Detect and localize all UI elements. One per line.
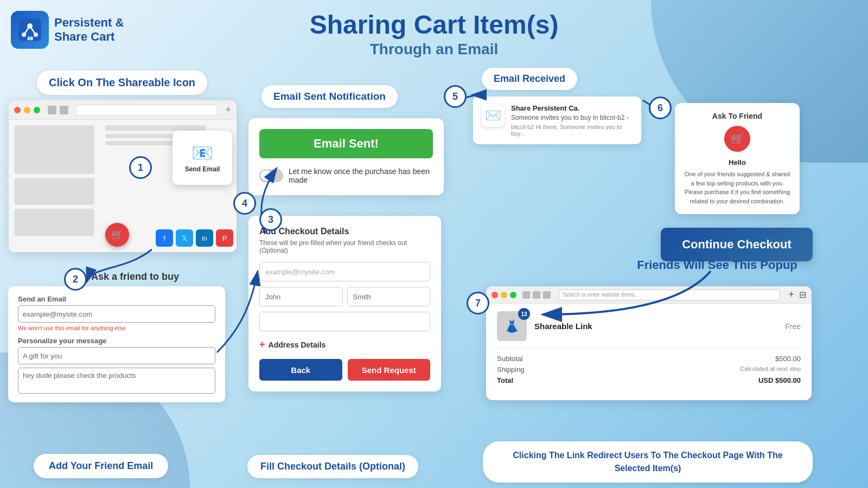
cart-content: 👗 13 Shareable Link Free Subtotal $500.0… xyxy=(486,304,812,392)
browser-url-bar xyxy=(76,105,218,115)
email-value: example@mysite.com xyxy=(23,310,92,318)
facebook-icon[interactable]: f xyxy=(156,229,173,247)
subtotal-row: Subtotal $500.00 xyxy=(497,355,801,363)
logo-icon: 📧 xyxy=(11,11,49,49)
send-email-label: Send Email xyxy=(185,165,220,173)
popup-text: One of your friends suggested & shared a… xyxy=(684,170,791,206)
checkout-card-subtitle: These will be pre-filled when your frien… xyxy=(259,239,430,254)
step-4-circle: 4 xyxy=(233,192,256,215)
name-row: John Smith xyxy=(259,287,430,306)
continue-checkout-button[interactable]: Continue Checkout xyxy=(661,228,813,261)
page-subtitle: Through an Email xyxy=(0,41,868,58)
first-name-input[interactable]: John xyxy=(259,287,343,306)
cart-item-name: Shareable Link xyxy=(534,322,777,331)
cart-button[interactable]: 🛒 xyxy=(105,223,129,247)
toggle-switch[interactable] xyxy=(259,169,283,182)
send-email-icon: 📧 xyxy=(192,143,213,163)
toggle-row: Let me know once the purchase has been m… xyxy=(259,167,433,184)
cart-item-img: 👗 13 xyxy=(497,311,527,341)
checkout-email-placeholder: example@mysite.com xyxy=(265,268,335,276)
checkout-card: Add Checkout Details These will be pre-f… xyxy=(248,216,441,391)
email-received-label: Email Received xyxy=(482,68,577,90)
browser-mockup-2: Search or enter website items... + ⊟ 👗 1… xyxy=(486,286,812,400)
email-helper: We won't use this email for anything els… xyxy=(18,325,215,331)
add-friend-label: Add Your Friend Email xyxy=(34,454,168,478)
twitter-icon[interactable]: 𝕏 xyxy=(176,229,193,247)
placeholder-img1 xyxy=(14,125,94,174)
email-sent-card: Email Sent! Let me know once the purchas… xyxy=(248,118,444,195)
b2-plus: + xyxy=(788,289,794,300)
plus-icon: + xyxy=(259,339,265,350)
back-button[interactable]: Back xyxy=(259,359,342,381)
b2-nav3 xyxy=(543,291,551,299)
dot-red xyxy=(14,107,21,113)
address-toggle-label: Address Details xyxy=(269,341,326,349)
dot-red-2 xyxy=(492,292,498,298)
ask-friend-popup: Ask To Friend 🛒 Hello One of your friend… xyxy=(675,103,800,214)
browser-bar-2: Search or enter website items... + ⊟ xyxy=(486,286,812,304)
message-input-display[interactable]: A gift for you xyxy=(18,347,215,364)
message-value: A gift for you xyxy=(23,352,62,360)
gmail-icon: ✉️ xyxy=(482,104,505,127)
address-toggle-row[interactable]: + Address Details xyxy=(259,339,430,350)
send-email-form-label: Send an Email xyxy=(18,295,215,303)
browser-nav xyxy=(48,106,56,114)
b2-nav2 xyxy=(533,291,540,299)
logo-text: Persistent & Share Cart xyxy=(54,16,124,44)
ask-friend-popup-title: Ask To Friend xyxy=(684,112,791,120)
step-3-circle: 3 xyxy=(259,208,282,231)
fill-checkout-label: Fill Checkout Details (Optional) xyxy=(247,455,418,478)
send-email-popup[interactable]: 📧 Send Email xyxy=(173,131,232,185)
browser-content: 📧 Send Email 🛒 f 𝕏 in P xyxy=(9,120,237,252)
b2-url: Search or enter website items... xyxy=(559,290,780,300)
step-2-circle: 2 xyxy=(64,268,87,291)
friends-popup-label: Friends Will See This Popup xyxy=(625,258,809,272)
shipping-row: Shipping Calculated at next step xyxy=(497,365,801,374)
browser-mockup: + 📧 Send Email 🛒 f 𝕏 in P xyxy=(9,100,237,252)
checkout-card-title: Add Checkout Details xyxy=(259,227,430,236)
page-title: Sharing Cart Item(s) xyxy=(0,10,868,40)
dot-green-2 xyxy=(510,292,516,298)
share-icons-row: f 𝕏 in P xyxy=(156,229,233,247)
linkedin-icon[interactable]: in xyxy=(196,229,213,247)
browser-left xyxy=(9,120,100,252)
red-circle-btn[interactable]: 🛒 xyxy=(724,126,750,152)
cart-totals: Subtotal $500.00 Shipping Calculated at … xyxy=(497,355,801,384)
b2-copy: ⊟ xyxy=(799,290,806,300)
placeholder-img3 xyxy=(14,209,94,236)
b2-nav1 xyxy=(522,291,530,299)
dot-yellow-2 xyxy=(501,292,507,298)
email-sent-notification-label: Email Sent Notification xyxy=(261,85,398,108)
email-card-body: bitcot-b2 Hi there, Someone invites you … xyxy=(511,124,633,137)
browser-right: 📧 Send Email 🛒 f 𝕏 in P xyxy=(100,120,237,252)
ask-friend-title: Ask a friend to buy xyxy=(91,271,179,282)
cart-item-free: Free xyxy=(785,322,801,331)
textarea-display[interactable]: hey dude please check the products xyxy=(18,368,215,394)
browser-bar: + xyxy=(9,100,237,120)
step-1-circle: 1 xyxy=(129,156,152,179)
email-card-subtitle: Someone invites you to buy in bitcot-b2 … xyxy=(511,114,633,121)
redirect-label: Clicking The Link Redirect Users To The … xyxy=(483,441,813,483)
dot-green xyxy=(34,107,40,113)
send-request-button[interactable]: Send Request xyxy=(348,359,431,381)
email-input-display[interactable]: example@mysite.com xyxy=(18,305,215,323)
cart-badge: 13 xyxy=(518,308,530,320)
checkout-buttons: Back Send Request xyxy=(259,359,430,381)
empty-input[interactable] xyxy=(259,312,430,331)
email-received-card: ✉️ Share Persistent Ca. Someone invites … xyxy=(473,97,641,144)
page-header: Sharing Cart Item(s) Through an Email xyxy=(0,0,868,58)
step-7-circle: 7 xyxy=(467,292,489,314)
last-name-input[interactable]: Smith xyxy=(347,287,431,306)
email-sent-banner: Email Sent! xyxy=(259,129,433,158)
step-6-circle: 6 xyxy=(649,97,672,119)
svg-text:📧: 📧 xyxy=(27,35,34,41)
logo-area: 📧 Persistent & Share Cart xyxy=(11,11,124,49)
checkout-email-input[interactable]: example@mysite.com xyxy=(259,262,430,281)
browser-nav2 xyxy=(60,106,68,114)
toggle-label: Let me know once the purchase has been m… xyxy=(289,167,433,184)
pinterest-icon[interactable]: P xyxy=(216,229,233,247)
ph-row1 xyxy=(105,125,206,131)
popup-hello: Hello xyxy=(684,158,791,166)
email-card-content: Share Persistent Ca. Someone invites you… xyxy=(511,104,633,137)
dot-yellow xyxy=(24,107,30,113)
